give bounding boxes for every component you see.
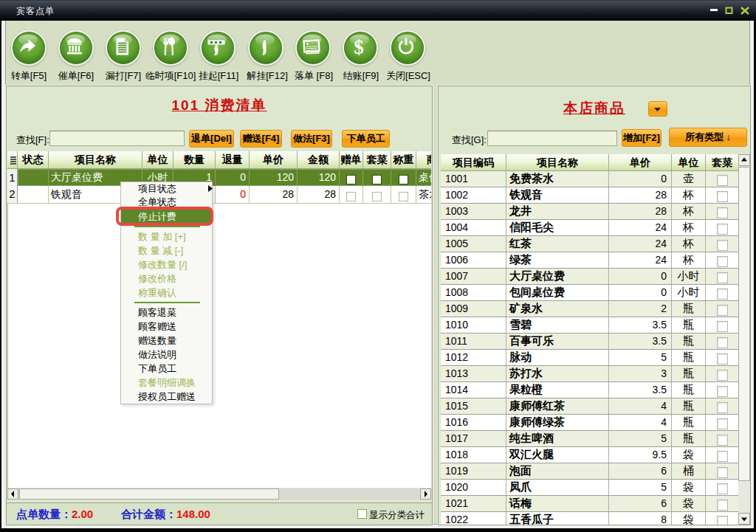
svg-text:$: $ <box>354 36 364 58</box>
